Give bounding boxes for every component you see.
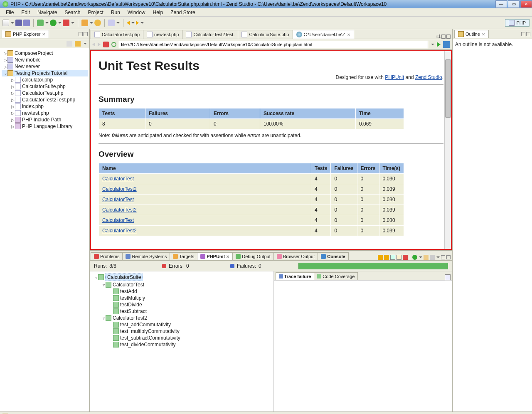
url-history-dropdown[interactable] <box>431 44 434 45</box>
close-icon[interactable]: ✕ <box>347 32 350 37</box>
pin-icon[interactable] <box>430 255 435 260</box>
test-link[interactable]: CalculatorTest2 <box>102 207 137 213</box>
next-failure-icon[interactable] <box>384 255 389 260</box>
bottom-tab-browser-output[interactable]: Browser Output <box>273 252 318 260</box>
test-link[interactable]: CalculatorTest2 <box>102 186 137 192</box>
editor-tab[interactable]: newtest.php <box>143 30 182 39</box>
editor-tab[interactable]: CalculatorTest2Test. <box>182 30 238 39</box>
test-tree-item[interactable]: testSubtract <box>92 308 271 315</box>
nav-forward-icon[interactable] <box>98 42 101 47</box>
expand-all-icon[interactable] <box>390 255 395 260</box>
editor-tab[interactable]: C:\Users\daniel.be\Z✕ <box>293 30 354 39</box>
tree-item[interactable]: ▷CalculatorTest2Test.php <box>2 96 88 103</box>
tree-item[interactable]: ▷CompsoerProject <box>2 50 88 57</box>
close-icon[interactable]: ✕ <box>482 32 485 37</box>
go-to-file-icon[interactable] <box>443 41 450 48</box>
search-icon[interactable] <box>94 20 101 26</box>
trace-toolbar-icon[interactable] <box>445 274 451 280</box>
test-tree-item[interactable]: ▿CalculatorSuite <box>92 273 271 281</box>
maximize-button[interactable]: ▭ <box>508 0 520 8</box>
minimize-panel-icon[interactable] <box>79 32 83 36</box>
menu-project[interactable]: Project <box>84 9 106 16</box>
wand-icon[interactable] <box>81 20 88 26</box>
test-tree-item[interactable]: testDivide <box>92 301 271 308</box>
maximize-panel-icon[interactable] <box>84 32 88 36</box>
tree-item[interactable]: ▷index.php <box>2 103 88 110</box>
history-icon[interactable] <box>424 255 429 260</box>
open-type-icon[interactable] <box>108 20 115 26</box>
more-tabs-indicator[interactable]: »1 <box>436 34 441 39</box>
menu-search[interactable]: Search <box>61 9 84 16</box>
collapse-all-icon[interactable] <box>397 255 401 260</box>
view-menu-icon[interactable] <box>84 43 87 44</box>
test-tree-item[interactable]: test_multiplyCommutativity <box>92 328 271 335</box>
menu-window[interactable]: Window <box>124 9 149 16</box>
menu-run[interactable]: Run <box>108 9 123 16</box>
bottom-tab-remote-systems[interactable]: Remote Systems <box>122 252 170 260</box>
menu-navigate[interactable]: Navigate <box>34 9 60 16</box>
nav-stop-icon[interactable] <box>103 42 109 47</box>
view-menu-dropdown[interactable] <box>436 256 440 258</box>
zend-studio-link[interactable]: Zend Studio <box>415 74 442 80</box>
url-input[interactable] <box>119 41 428 48</box>
tree-item[interactable]: ▷newtest.php <box>2 110 88 116</box>
rerun-icon[interactable] <box>403 255 408 260</box>
test-tree-item[interactable]: testAdd <box>92 288 271 295</box>
editor-tab[interactable]: CalculatorTest.php <box>91 30 143 39</box>
tree-item[interactable]: ▷PHP Language Library <box>2 123 88 130</box>
maximize-editor-icon[interactable] <box>446 34 451 39</box>
save-all-icon[interactable] <box>23 20 30 26</box>
run-tests-icon[interactable] <box>412 255 417 260</box>
tree-item[interactable]: ▷CalculatorTest.php <box>2 90 88 96</box>
new-icon[interactable] <box>2 20 9 26</box>
menu-edit[interactable]: Edit <box>18 9 33 16</box>
maximize-bottom-icon[interactable] <box>446 255 451 259</box>
maximize-panel-icon[interactable] <box>526 32 530 36</box>
minimize-panel-icon[interactable] <box>521 32 525 36</box>
test-tree-item[interactable]: test_addCommutativity <box>92 321 271 328</box>
test-tree-item[interactable]: test_divideCommutativity <box>92 341 271 348</box>
test-link[interactable]: CalculatorTest <box>102 197 134 202</box>
minimize-bottom-icon[interactable] <box>441 255 445 259</box>
minimize-editor-icon[interactable] <box>441 34 446 39</box>
close-button[interactable]: ✕ <box>520 0 532 8</box>
close-icon[interactable]: ✕ <box>42 32 45 37</box>
nav-back-icon[interactable] <box>92 42 95 47</box>
bottom-tab-targets[interactable]: Targets <box>170 252 197 260</box>
bottom-tab-console[interactable]: Console <box>318 252 348 260</box>
test-link[interactable]: CalculatorTest <box>102 176 134 182</box>
collapse-all-icon[interactable] <box>66 41 72 47</box>
tree-item[interactable]: ▷New mobile <box>2 57 88 63</box>
run-icon[interactable] <box>50 20 57 26</box>
test-tree-item[interactable]: ▿CalculatorTest <box>92 281 271 288</box>
test-tree-item[interactable]: test_subtractCommutativity <box>92 335 271 341</box>
menu-file[interactable]: File <box>2 9 17 16</box>
back-icon[interactable] <box>127 21 130 25</box>
bottom-tab-problems[interactable]: Problems <box>91 252 123 260</box>
outline-tab[interactable]: Outline ✕ <box>454 30 489 38</box>
test-tree-item[interactable]: ▿CalculatorTest2 <box>92 315 271 321</box>
bottom-tab-debug-output[interactable]: Debug Output <box>232 252 274 260</box>
perspective-switcher[interactable]: PHP <box>505 19 530 27</box>
tree-item[interactable]: ▷CalculatorSuite.php <box>2 83 88 90</box>
nav-refresh-icon[interactable] <box>111 42 116 47</box>
bottom-tab-phpunit[interactable]: PHPUnit ✕ <box>197 252 233 260</box>
tree-item[interactable]: ▷PHP Include Path <box>2 116 88 123</box>
scrollbar[interactable] <box>444 51 451 249</box>
menu-zend-store[interactable]: Zend Store <box>167 9 198 16</box>
php-explorer-tab[interactable]: PHP Explorer ✕ <box>2 30 49 38</box>
debug-icon[interactable] <box>37 20 44 26</box>
test-tree-item[interactable]: testMultiply <box>92 295 271 301</box>
go-icon[interactable] <box>437 42 441 47</box>
tree-item[interactable]: ▿Testing Projects Tutorial <box>2 70 88 76</box>
test-tree[interactable]: ▿CalculatorSuite▿CalculatorTesttestAddte… <box>90 271 274 412</box>
editor-tab[interactable]: CalculatorSuite.php <box>238 30 293 39</box>
trace-failure-tab[interactable]: Trace failure <box>276 272 315 280</box>
external-tools-icon[interactable] <box>63 20 69 26</box>
code-coverage-tab[interactable]: Code Coverage <box>314 272 358 280</box>
close-icon[interactable]: ✕ <box>226 254 229 259</box>
phpunit-link[interactable]: PHPUnit <box>385 74 404 80</box>
project-tree[interactable]: ▷CompsoerProject▷New mobile▷New server▿T… <box>0 48 89 412</box>
run-dropdown[interactable] <box>419 256 422 258</box>
save-icon[interactable] <box>15 20 22 26</box>
